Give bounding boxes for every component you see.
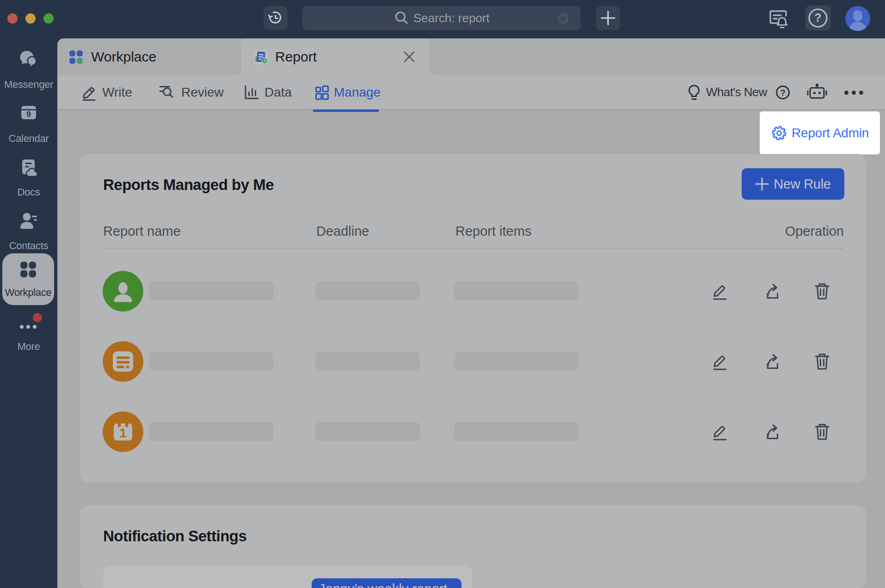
svg-text:?: ? [814,11,821,24]
svg-text:1: 1 [119,426,127,440]
svg-text:9: 9 [26,110,31,119]
svg-text:?: ? [780,88,786,98]
